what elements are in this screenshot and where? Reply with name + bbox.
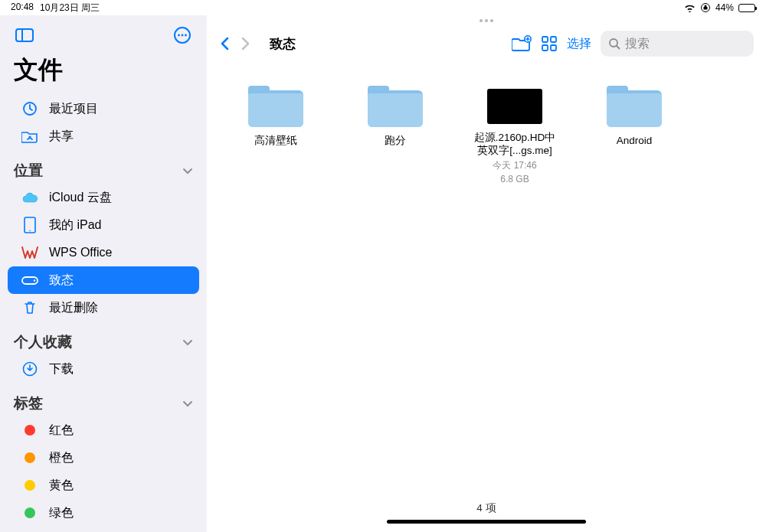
folder-icon <box>248 84 303 127</box>
sidebar-location-item[interactable]: WPS Office <box>8 239 199 266</box>
ipad-icon <box>21 217 38 233</box>
tag-dot-icon <box>21 422 38 439</box>
folder-item[interactable]: 跑分 <box>349 84 441 148</box>
sidebar-item-label: 橙色 <box>49 450 74 466</box>
clock-icon <box>21 100 38 117</box>
chevron-down-icon <box>182 167 193 175</box>
sidebar: 文件 最近项目 共享 位置 iCloud 云盘我的 iPadWPS Office… <box>0 15 207 532</box>
tag-dot-icon <box>21 477 38 494</box>
sidebar-item-label: 绿色 <box>49 505 74 521</box>
search-input[interactable] <box>625 37 766 51</box>
sidebar-item-label: 共享 <box>49 129 74 145</box>
trash-icon <box>21 299 38 316</box>
search-icon <box>608 38 620 50</box>
file-size: 6.8 GB <box>500 174 529 184</box>
file-name: Android <box>617 135 653 148</box>
tag-dot-icon <box>21 504 38 521</box>
chevron-down-icon <box>182 400 193 407</box>
download-icon <box>21 361 38 377</box>
view-grid-button[interactable] <box>541 35 558 52</box>
svg-point-5 <box>182 34 184 37</box>
sidebar-item-label: 我的 iPad <box>49 217 101 233</box>
sidebar-location-item[interactable]: 我的 iPad <box>8 211 199 239</box>
svg-line-20 <box>617 46 620 49</box>
search-box[interactable] <box>601 31 754 57</box>
tags-header[interactable]: 标签 <box>0 383 207 416</box>
window-handle[interactable] <box>207 15 766 26</box>
status-date: 10月23日 周三 <box>40 2 100 15</box>
file-date: 今天 17:46 <box>493 159 536 172</box>
folder-item[interactable]: 高清壁纸 <box>230 84 322 148</box>
sidebar-item-label: 致态 <box>49 273 74 289</box>
svg-point-10 <box>29 230 31 232</box>
shared-folder-icon <box>21 128 38 145</box>
forward-button[interactable] <box>241 36 251 51</box>
orientation-lock-icon <box>700 2 711 13</box>
locations-header[interactable]: 位置 <box>0 150 207 184</box>
file-name: 跑分 <box>385 135 406 148</box>
folder-item[interactable]: Android <box>588 84 680 148</box>
icloud-icon <box>21 189 38 206</box>
svg-point-4 <box>178 34 180 37</box>
back-button[interactable] <box>219 36 230 51</box>
folder-icon <box>368 84 423 127</box>
select-button[interactable]: 选择 <box>567 36 591 52</box>
sidebar-location-item[interactable]: 最近删除 <box>8 294 199 321</box>
sidebar-tag-item[interactable]: 红色 <box>8 416 199 444</box>
sidebar-tag-item[interactable]: 橙色 <box>8 444 199 472</box>
sidebar-favorite-item[interactable]: 下载 <box>8 355 199 383</box>
breadcrumb-title: 致态 <box>270 35 296 53</box>
chevron-down-icon <box>182 338 193 346</box>
svg-rect-15 <box>542 37 548 42</box>
sidebar-item-label: 黄色 <box>49 478 74 494</box>
wps-icon <box>21 244 38 261</box>
battery-icon <box>738 4 755 12</box>
sidebar-item-label: 红色 <box>49 423 74 439</box>
battery-text: 44% <box>715 2 734 13</box>
status-bar: 20:48 10月23日 周三 44% <box>0 0 766 15</box>
favorites-header[interactable]: 个人收藏 <box>0 321 207 355</box>
home-indicator[interactable] <box>207 520 766 532</box>
new-folder-button[interactable] <box>512 35 532 52</box>
svg-rect-18 <box>551 45 556 51</box>
sidebar-item-label: WPS Office <box>49 246 112 259</box>
file-name: 高清壁纸 <box>254 135 297 148</box>
toggle-sidebar-button[interactable] <box>14 24 35 46</box>
folder-icon <box>607 84 662 127</box>
sidebar-item-label: iCloud 云盘 <box>49 190 112 206</box>
svg-point-12 <box>34 279 35 281</box>
item-count: 4 项 <box>207 497 766 520</box>
wifi-icon <box>684 4 696 12</box>
video-thumbnail <box>487 89 542 124</box>
sidebar-item-label: 最近删除 <box>49 300 98 316</box>
tag-dot-icon <box>21 449 38 466</box>
sidebar-shared[interactable]: 共享 <box>8 122 199 150</box>
toolbar: 致态 选择 <box>207 26 766 61</box>
main-panel: 致态 选择 高清壁纸跑分起源.2160p.HD中英双字[...gs.me]今天 … <box>207 15 766 532</box>
svg-rect-17 <box>542 45 548 51</box>
svg-rect-16 <box>551 37 556 42</box>
svg-rect-1 <box>16 29 33 41</box>
sidebar-tag-item[interactable]: 黄色 <box>8 472 199 499</box>
app-title: 文件 <box>0 51 207 95</box>
file-grid: 高清壁纸跑分起源.2160p.HD中英双字[...gs.me]今天 17:466… <box>207 61 766 497</box>
sidebar-item-label: 下载 <box>49 361 74 377</box>
sidebar-tag-item[interactable]: 绿色 <box>8 499 199 527</box>
sidebar-location-item[interactable]: iCloud 云盘 <box>8 184 199 211</box>
file-item[interactable]: 起源.2160p.HD中英双字[...gs.me]今天 17:466.8 GB <box>469 84 561 184</box>
svg-point-6 <box>185 34 187 37</box>
status-time: 20:48 <box>11 2 34 15</box>
file-name: 起源.2160p.HD中英双字[...gs.me] <box>469 132 561 158</box>
sidebar-recent[interactable]: 最近项目 <box>8 95 199 122</box>
drive-icon <box>21 272 38 289</box>
sidebar-location-item[interactable]: 致态 <box>8 266 199 294</box>
more-options-button[interactable] <box>172 24 193 46</box>
sidebar-item-label: 最近项目 <box>49 101 98 117</box>
